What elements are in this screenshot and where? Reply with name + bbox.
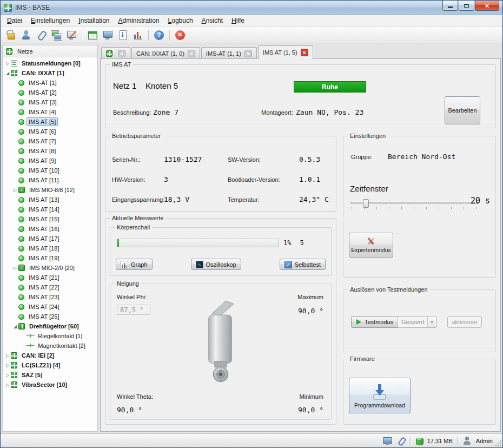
tree-item[interactable]: IMS AT [8] (3, 146, 97, 156)
maximize-button[interactable] (459, 1, 474, 11)
slider-track[interactable] (350, 202, 479, 204)
tree-item[interactable]: IMS-AT [1] (3, 78, 97, 88)
testmodus-state-select[interactable]: Gesperrt ▾ (398, 316, 436, 328)
title-bar[interactable]: IMS - BASE × (1, 1, 502, 15)
tree-item[interactable]: IMS AT [10] (3, 166, 97, 175)
tree-item[interactable]: ⊣⊢Magnetkontakt [2] (3, 341, 97, 351)
images-button[interactable] (49, 28, 63, 42)
tree-item[interactable]: IMS AT [16] (3, 224, 97, 234)
zeitfenster-slider[interactable] (350, 198, 479, 212)
aktivieren-button[interactable]: aktivieren (447, 316, 482, 328)
slider-thumb[interactable] (363, 199, 369, 208)
tree-item[interactable]: IMS AT [25] (3, 312, 97, 321)
menu-logbuch[interactable]: Logbuch (164, 15, 197, 27)
tree-item[interactable]: IMS AT [11] (3, 175, 97, 185)
expander-expanded-icon[interactable]: ◢ (12, 324, 18, 329)
oszilloskop-button[interactable]: Oszilloskop (191, 259, 241, 270)
resize-grip[interactable] (495, 440, 501, 446)
programmdownload-button[interactable]: Programmdownload (349, 378, 411, 413)
monitor-view-button[interactable] (101, 28, 115, 42)
montageort-label: Montageort: (261, 109, 293, 116)
close-button[interactable]: × (475, 1, 499, 11)
attach-icon[interactable] (396, 437, 406, 445)
tree-item[interactable]: IMS AT [6] (3, 127, 97, 136)
tree-item[interactable]: IMS AT [5] (3, 117, 97, 127)
testmodus-button[interactable]: Testmodus (351, 316, 399, 328)
unlock-button[interactable] (4, 28, 18, 42)
chart-button[interactable] (131, 28, 145, 42)
tab-ims-at-1-1[interactable]: IMS-AT (1, 1)× (201, 47, 257, 59)
stop-button[interactable] (173, 28, 187, 42)
tree-item[interactable]: ▷IMS MIO-8/8 [12] (3, 185, 97, 195)
tree-item[interactable]: IMS-AT [2] (3, 88, 97, 97)
tree-item-label: IMS-AT [2] (27, 88, 59, 97)
tree-item[interactable]: IMS AT [15] (3, 214, 97, 224)
tab-overview[interactable]: × (101, 47, 130, 59)
tree-item[interactable]: ▷IMS MIO-2/0 [20] (3, 263, 97, 273)
tab-close-icon[interactable]: × (301, 49, 308, 56)
expander-collapsed-icon[interactable]: ▷ (12, 266, 18, 271)
tree-item[interactable]: ▷VibraSector [10] (3, 380, 97, 390)
database-icon (415, 437, 423, 445)
attach-button[interactable] (34, 28, 48, 42)
led-icon (18, 148, 24, 154)
minimize-button[interactable] (442, 1, 458, 11)
remote-monitor-icon[interactable] (382, 437, 392, 445)
expander-collapsed-icon[interactable]: ▷ (4, 373, 11, 378)
tree-item[interactable]: IMS AT [9] (3, 156, 97, 166)
tree-item[interactable]: IMS AT [14] (3, 205, 97, 214)
tree-item[interactable]: IMS AT [7] (3, 136, 97, 146)
toolbar-separator (82, 30, 82, 41)
expander-collapsed-icon[interactable]: ▷ (4, 353, 11, 358)
tree-item[interactable]: IMS AT [24] (3, 302, 97, 312)
tab-close-icon[interactable]: × (244, 50, 252, 57)
tree-item[interactable]: IMS AT [22] (3, 282, 97, 292)
tree-item[interactable]: ▷LC(SLZ21) [4] (3, 360, 97, 370)
tree-item[interactable]: IMS AT [4] (3, 107, 97, 117)
bearbeiten-button[interactable]: Bearbeiten (445, 96, 480, 124)
tab-close-icon[interactable]: × (118, 50, 125, 57)
tab-can-ixxat[interactable]: CAN: IXXAT (1, 0)× (131, 47, 200, 59)
expander-collapsed-icon[interactable]: ▷ (4, 383, 11, 387)
tree-item-label: Statusmeldungen [0] (19, 59, 83, 68)
tree-item[interactable]: IMS AT [23] (3, 292, 97, 302)
tree-item[interactable]: ◢Drehflügeltor [60] (3, 321, 97, 331)
menu-einstellungen[interactable]: Einstellungen (27, 15, 74, 27)
expander-collapsed-icon[interactable]: ▷ (4, 61, 11, 66)
user-admin-button[interactable] (19, 28, 33, 42)
tree-item[interactable]: IMS AT [17] (3, 234, 97, 243)
net-icon (11, 372, 17, 378)
param-label: Eingangsspannung: (112, 196, 164, 203)
tree-item[interactable]: IMS-AT [3] (3, 97, 97, 107)
chevron-down-icon[interactable]: ▾ (427, 317, 436, 327)
tree-item[interactable]: ▷Statusmeldungen [0] (3, 58, 97, 68)
tree-item-label: IMS AT [7] (27, 137, 58, 146)
expander-collapsed-icon[interactable]: ▷ (12, 188, 18, 193)
table-button[interactable] (85, 28, 100, 42)
menu-datei[interactable]: Datei (3, 15, 27, 27)
menu-installation[interactable]: Installation (74, 15, 114, 27)
tree-item[interactable]: ▷CAN: IEI [2] (3, 351, 97, 360)
selbsttest-button[interactable]: Selbsttest (280, 259, 326, 270)
menu-hilfe[interactable]: Hilfe (227, 15, 249, 27)
param-value: 0.5.3 (299, 155, 329, 163)
expertenmodus-button[interactable]: Expertenmodus (349, 233, 393, 258)
tree-item-label: IMS AT [13] (27, 195, 61, 204)
tree-item[interactable]: ⊣⊢Riegelkontakt [1] (3, 331, 97, 341)
tree-item[interactable]: IMS AT [19] (3, 253, 97, 263)
graph-button[interactable]: Graph (116, 259, 153, 270)
tree-item[interactable]: ▷SAZ [5] (3, 370, 97, 380)
tab-ims-at-1-5[interactable]: IMS AT (1, 5)× (258, 45, 313, 59)
tree-item[interactable]: IMS AT [18] (3, 243, 97, 253)
monitor-config-button[interactable] (64, 28, 78, 42)
tree-item[interactable]: IMS AT [21] (3, 273, 97, 282)
tree-item[interactable]: ◢CAN: IXXAT [1] (3, 68, 97, 78)
menu-ansicht[interactable]: Ansicht (197, 15, 227, 27)
expander-expanded-icon[interactable]: ◢ (4, 71, 11, 76)
tab-close-icon[interactable]: × (188, 50, 195, 57)
tree-item[interactable]: IMS AT [13] (3, 195, 97, 205)
expander-collapsed-icon[interactable]: ▷ (4, 363, 11, 368)
document-info-button[interactable] (116, 28, 130, 42)
help-button[interactable] (152, 28, 166, 42)
menu-administration[interactable]: Administration (114, 15, 164, 27)
